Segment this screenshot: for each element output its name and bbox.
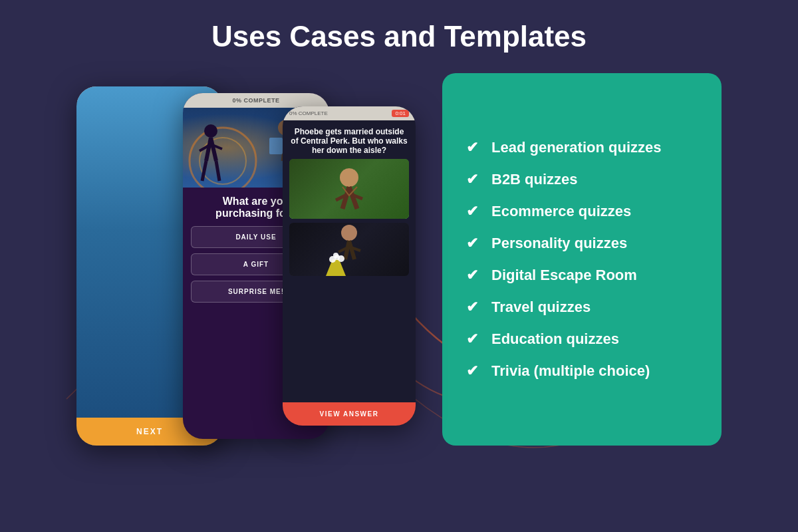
phone3-timer: 0:01 [392, 110, 409, 117]
phone3-chandler-image [289, 223, 409, 276]
feature-label-2: B2B quizzes [491, 171, 578, 188]
svg-point-29 [333, 253, 338, 258]
joey-figure-icon [289, 166, 409, 219]
phone2-progress: 0% COMPLETE [183, 93, 329, 108]
phones-container: 0% COMPLETE What is your running discipl… [76, 73, 429, 459]
feature-item-3: ✔ Ecommerce quizzes [466, 199, 698, 224]
check-icon-5: ✔ [466, 267, 482, 284]
content-area: 0% COMPLETE What is your running discipl… [0, 53, 798, 472]
feature-item-4: ✔ Personality quizzes [466, 231, 698, 256]
svg-point-24 [340, 168, 358, 187]
feature-item-5: ✔ Digital Escape Room [466, 263, 698, 288]
check-icon-7: ✔ [466, 331, 482, 348]
check-icon-6: ✔ [466, 299, 482, 316]
phone3-view-answer-button[interactable]: VIEW ANSWER [283, 402, 416, 426]
phone3-joey-image: JOEY [289, 159, 409, 219]
check-icon-8: ✔ [466, 362, 482, 380]
svg-line-23 [216, 161, 219, 181]
phone3-progress: 0% COMPLETE [289, 110, 328, 116]
page-title: Uses Cases and Templates [0, 0, 798, 53]
check-icon-3: ✔ [466, 203, 482, 220]
svg-line-22 [202, 161, 206, 181]
feature-label-6: Travel quizzes [491, 299, 591, 316]
feature-item-1: ✔ Lead generation quizzes [466, 135, 698, 160]
svg-point-25 [341, 225, 357, 241]
check-icon-2: ✔ [466, 171, 482, 188]
feature-item-7: ✔ Education quizzes [466, 327, 698, 352]
svg-point-28 [338, 255, 344, 262]
feature-label-3: Ecommerce quizzes [491, 203, 631, 220]
person-silhouette [193, 121, 229, 188]
check-icon-1: ✔ [466, 139, 482, 156]
person-icon [193, 121, 229, 188]
phone3-header: 0% COMPLETE 0:01 [283, 106, 416, 120]
feature-label-1: Lead generation quizzes [491, 139, 662, 156]
phone-trivia-quiz: 0% COMPLETE 0:01 Phoebe gets married out… [283, 106, 416, 426]
svg-point-21 [204, 124, 217, 138]
check-icon-4: ✔ [466, 235, 482, 252]
svg-rect-19 [269, 138, 283, 154]
feature-item-6: ✔ Travel quizzes [466, 295, 698, 320]
phone3-question: Phoebe gets married outside of Central P… [283, 120, 416, 159]
feature-item-8: ✔ Trivia (multiple choice) [466, 358, 698, 384]
feature-card: ✔ Lead generation quizzes ✔ B2B quizzes … [442, 73, 722, 446]
feature-label-7: Education quizzes [491, 331, 619, 348]
feature-label-4: Personality quizzes [491, 235, 627, 252]
feature-label-5: Digital Escape Room [491, 267, 637, 284]
feature-label-8: Trivia (multiple choice) [491, 362, 650, 380]
chandler-figure-icon [289, 223, 409, 276]
feature-item-2: ✔ B2B quizzes [466, 167, 698, 192]
